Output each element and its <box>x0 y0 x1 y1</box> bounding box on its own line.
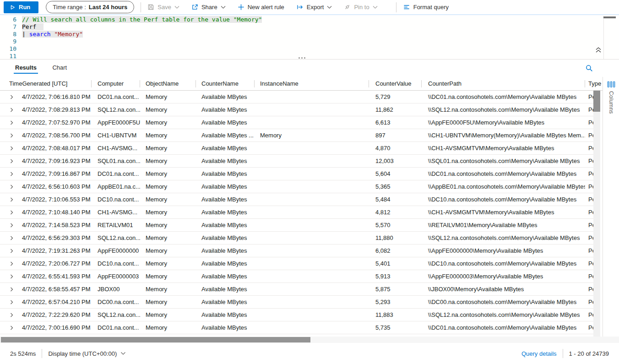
row-expander[interactable] <box>0 210 21 215</box>
row-expander[interactable] <box>0 108 21 112</box>
row-expander[interactable] <box>0 249 21 253</box>
table-row[interactable]: 4/7/2022, 7:08:29.813 PM SQL12.na.con...… <box>0 103 593 116</box>
editor-line[interactable]: 11 <box>0 53 619 60</box>
row-expander[interactable] <box>0 300 21 304</box>
table-row[interactable]: 4/7/2022, 7:08:56.700 PM CH1-UBNTVM Memo… <box>0 129 593 142</box>
column-header-countername[interactable]: CounterName <box>196 77 255 91</box>
table-row[interactable]: 4/7/2022, 7:09:16.923 PM SQL01.na.con...… <box>0 155 593 168</box>
export-button[interactable]: Export <box>296 4 332 11</box>
row-expander[interactable] <box>0 274 21 279</box>
vertical-scrollbar[interactable] <box>593 91 600 337</box>
table-row[interactable]: 4/7/2022, 7:00:16.690 PM DC01.na.cont...… <box>0 321 593 334</box>
collapse-editor-button[interactable] <box>595 46 602 54</box>
row-expander[interactable] <box>0 326 21 330</box>
table-row[interactable]: 4/7/2022, 6:57:04.210 PM DC00.na.cont...… <box>0 296 593 309</box>
row-expander[interactable] <box>0 223 21 228</box>
tab-chart[interactable]: Chart <box>52 64 67 75</box>
cell-value: 5,401 <box>369 260 422 267</box>
row-expander[interactable] <box>0 146 21 151</box>
cell-value: 5,365 <box>369 183 422 190</box>
table-row[interactable]: 4/7/2022, 6:56:29.303 PM SQL12.na.con...… <box>0 232 593 244</box>
table-row[interactable]: 4/7/2022, 7:08:48.017 PM CH1-AVSMG... Me… <box>0 142 593 155</box>
new-alert-rule-button[interactable]: New alert rule <box>238 4 284 11</box>
cell-counter: Available MBytes <box>196 273 255 280</box>
chevron-right-icon <box>10 120 14 125</box>
cell-path: \\CH1-UBNTVM\Memory(Memory)\Available MB… <box>422 132 585 139</box>
editor-line[interactable]: 7 Perf <box>0 23 619 31</box>
horizontal-scrollbar-thumb[interactable] <box>1 337 310 342</box>
table-row[interactable]: 4/7/2022, 7:10:48.140 PM CH1-AVSMG... Me… <box>0 206 593 219</box>
table-row[interactable]: 4/7/2022, 6:55:41.593 PM AppFE0000003 Me… <box>0 270 593 283</box>
table-row[interactable]: 4/7/2022, 7:07:52.970 PM AppFE0000F5U Me… <box>0 116 593 129</box>
row-expander[interactable] <box>0 159 21 163</box>
cell-time: 4/7/2022, 7:20:06.727 PM <box>21 260 92 267</box>
table-row[interactable]: 4/7/2022, 6:56:10.603 PM AppBE01.na.c...… <box>0 180 593 193</box>
code-token: | <box>22 31 29 38</box>
table-row[interactable]: 4/7/2022, 7:19:31.263 PM AppFE0000000 Me… <box>0 244 593 257</box>
cell-computer: CH1-UBNTVM <box>92 132 140 139</box>
table-row[interactable]: 4/7/2022, 7:20:06.727 PM DC10.na.cont...… <box>0 257 593 270</box>
column-header-objectname[interactable]: ObjectName <box>140 77 196 91</box>
editor-line[interactable]: 10 <box>0 45 619 53</box>
cell-value: 4,870 <box>369 145 422 152</box>
code-token <box>36 23 43 30</box>
column-header-computer[interactable]: Computer <box>92 77 140 91</box>
chevron-right-icon <box>10 159 14 163</box>
row-expander[interactable] <box>0 287 21 292</box>
cell-computer: SQL12.na.con... <box>92 311 140 318</box>
run-button[interactable]: Run <box>4 1 38 13</box>
table-row[interactable]: 4/7/2022, 7:06:16.810 PM DC01.na.cont...… <box>0 91 593 103</box>
columns-pane-toggle[interactable]: Columns <box>603 77 619 337</box>
table-row[interactable]: 4/7/2022, 7:14:58.523 PM RETAILVM01 Memo… <box>0 219 593 232</box>
pin-to-button[interactable]: Pin to <box>344 4 377 11</box>
table-row[interactable]: 4/7/2022, 7:10:06.553 PM DC10.na.cont...… <box>0 193 593 206</box>
column-header-countervalue[interactable]: CounterValue <box>369 77 422 91</box>
query-details-link[interactable]: Query details <box>521 350 557 357</box>
row-expander[interactable] <box>0 261 21 266</box>
share-icon <box>191 4 198 11</box>
query-editor[interactable]: 6 // Will search all columns in the Perf… <box>0 16 619 60</box>
editor-resize-handle[interactable] <box>299 57 305 59</box>
save-button[interactable]: Save <box>147 4 179 11</box>
chevron-right-icon <box>10 146 14 151</box>
row-expander[interactable] <box>0 197 21 202</box>
column-header-type[interactable]: Type <box>585 77 603 91</box>
column-header-instancename[interactable]: InstanceName <box>255 77 369 91</box>
tab-results[interactable]: Results <box>15 64 37 75</box>
row-expander[interactable] <box>0 313 21 317</box>
results-grid: TimeGenerated [UTC] Computer ObjectName … <box>0 77 619 337</box>
line-number: 6 <box>0 16 16 23</box>
time-range-picker[interactable]: Time range : Last 24 hours <box>46 1 134 13</box>
cell-object: Memory <box>140 183 196 190</box>
search-results-button[interactable] <box>585 64 593 72</box>
cell-object: Memory <box>140 260 196 267</box>
cell-value: 6,613 <box>369 119 422 126</box>
row-expander[interactable] <box>0 172 21 176</box>
editor-scrollbar-thumb[interactable] <box>603 16 616 18</box>
cell-counter: Available MBytes <box>196 311 255 318</box>
table-row[interactable]: 4/7/2022, 6:58:55.457 PM JBOX00 Memory A… <box>0 283 593 296</box>
table-row[interactable]: 4/7/2022, 7:22:29.620 PM SQL12.na.con...… <box>0 309 593 321</box>
column-header-counterpath[interactable]: CounterPath <box>422 77 585 91</box>
cell-object: Memory <box>140 222 196 228</box>
editor-line[interactable]: 9 <box>0 38 619 45</box>
row-expander[interactable] <box>0 133 21 138</box>
cell-type: Perf <box>585 106 593 113</box>
cell-type: Perf <box>585 119 593 126</box>
format-query-button[interactable]: Format query <box>403 4 449 11</box>
vertical-scrollbar-thumb[interactable] <box>593 91 600 112</box>
display-time-dropdown[interactable]: Display time (UTC+00:00) <box>48 350 126 357</box>
editor-line[interactable]: 6 // Will search all columns in the Perf… <box>0 16 619 23</box>
share-button[interactable]: Share <box>191 4 226 11</box>
row-expander[interactable] <box>0 236 21 240</box>
horizontal-scrollbar[interactable] <box>0 337 619 343</box>
row-expander[interactable] <box>0 95 21 99</box>
row-expander[interactable] <box>0 120 21 125</box>
cell-counter: Available MBytes <box>196 119 255 126</box>
row-expander[interactable] <box>0 185 21 189</box>
cell-time: 4/7/2022, 6:55:41.593 PM <box>21 273 92 280</box>
column-header-timegenerated[interactable]: TimeGenerated [UTC] <box>0 77 92 91</box>
table-row[interactable]: 4/7/2022, 7:09:16.867 PM DC01.na.cont...… <box>0 168 593 180</box>
cell-object: Memory <box>140 299 196 305</box>
editor-line[interactable]: 8 | search "Memory" <box>0 31 619 38</box>
